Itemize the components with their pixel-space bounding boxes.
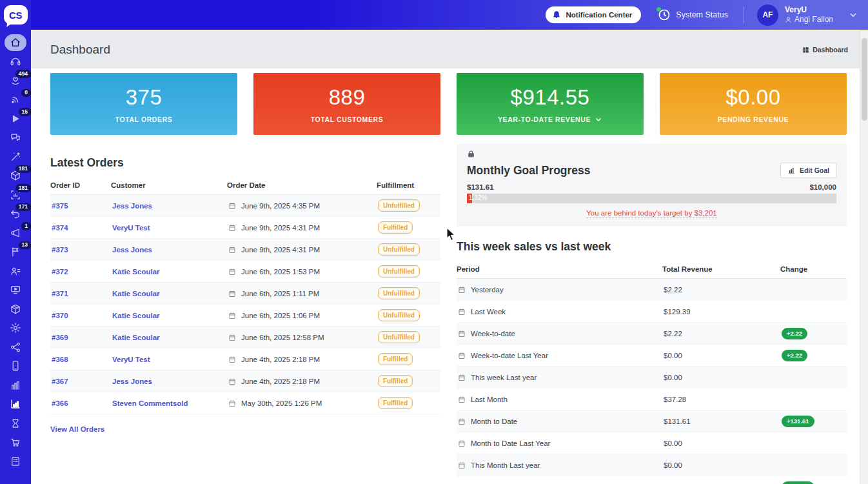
order-id-link[interactable]: #368 [52, 356, 68, 363]
stat-card-total-customers: 889TOTAL CUSTOMERS [253, 73, 440, 135]
user-menu[interactable]: AF VeryU Angi Fallon [757, 5, 858, 26]
period-label: Week-to-date Last Year [471, 352, 548, 359]
main-content: 375TOTAL ORDERS889TOTAL CUSTOMERS$914.55… [31, 68, 860, 484]
sidebar-item-engagement[interactable]: 494 [4, 71, 27, 90]
topbar-divider [744, 6, 744, 23]
stat-value: $914.55 [511, 85, 590, 110]
sidebar-item-analytics[interactable] [4, 376, 27, 395]
sidebar-item-customers[interactable] [4, 261, 27, 281]
sidebar-item-inventory[interactable]: 181 [4, 185, 27, 205]
order-row: #372Katie ScoularJune 6th, 2025 1:53 PMU… [50, 261, 440, 283]
sidebar-item-media[interactable] [4, 281, 27, 300]
page-title: Dashboard [50, 43, 110, 57]
sidebar-item-returns[interactable]: 171 [4, 205, 27, 224]
sidebar-item-reports[interactable] [4, 395, 27, 414]
sidebar-item-invoices[interactable] [4, 452, 27, 471]
page-scrollbar [860, 30, 868, 484]
customer-link[interactable]: Steven Commentsold [112, 399, 188, 407]
stat-card-total-orders: 375TOTAL ORDERS [50, 73, 237, 135]
edit-goal-button[interactable]: Edit Goal [780, 163, 836, 178]
order-row: #366Steven CommentsoldMay 30th, 2025 1:2… [50, 392, 440, 414]
calendar-icon [228, 356, 236, 363]
customer-link[interactable]: Katie Scoular [112, 312, 160, 319]
period-label: Last Month [471, 396, 508, 403]
user-org: VeryU [785, 5, 833, 15]
period-label: This week Last year [471, 374, 537, 381]
sidebar-badge: 15 [19, 108, 31, 116]
sidebar-item-products[interactable]: 181 [4, 166, 27, 186]
order-id-link[interactable]: #371 [52, 290, 68, 297]
commentsold-logo[interactable]: CS [4, 5, 28, 25]
system-status-button[interactable]: System Status [658, 8, 728, 21]
goal-target-value: $10,000 [809, 183, 836, 191]
stat-card-year-to-date-revenue[interactable]: $914.55YEAR-TO-DATE REVENUE [457, 73, 644, 135]
chevron-down-icon[interactable] [595, 116, 602, 123]
sidebar-item-goals[interactable]: 13 [4, 243, 27, 262]
order-id-link[interactable]: #369 [52, 334, 68, 341]
sidebar-item-integrations[interactable] [4, 338, 27, 357]
chevron-down-icon[interactable] [849, 10, 858, 19]
sidebar-item-mobile-app[interactable] [4, 357, 27, 376]
media-icon [10, 284, 21, 296]
customer-link[interactable]: VeryU Test [112, 356, 150, 363]
sidebar-item-automations[interactable] [4, 147, 27, 166]
orders-table-header: Order ID Customer Order Date Fulfillment [50, 177, 440, 195]
stat-label: YEAR-TO-DATE REVENUE [498, 116, 602, 123]
support-icon [10, 55, 21, 67]
period-revenue: $0.00 [662, 352, 780, 359]
sidebar-item-marketing[interactable]: 1 [4, 223, 27, 243]
sidebar-item-settings[interactable] [4, 319, 27, 338]
clock-icon [658, 8, 671, 21]
customer-link[interactable]: Katie Scoular [112, 268, 160, 276]
customer-link[interactable]: Katie Scoular [112, 334, 160, 341]
sidebar-item-cart[interactable] [4, 433, 27, 452]
week-table-header: Period Total Revenue Change [457, 261, 847, 279]
order-id-link[interactable]: #374 [52, 224, 68, 232]
calendar-icon [458, 461, 466, 469]
sidebar-badge: 181 [15, 165, 31, 174]
sidebar-item-waitlist[interactable] [4, 414, 27, 433]
customer-link[interactable]: Jess Jones [112, 378, 152, 385]
sidebar-item-messages[interactable] [4, 128, 27, 148]
calendar-icon [458, 308, 466, 316]
stat-value: 889 [329, 85, 366, 110]
view-all-orders-link[interactable]: View All Orders [50, 425, 104, 433]
order-id-link[interactable]: #372 [52, 268, 68, 276]
order-row: #367Jess JonesJune 4th, 2025 2:18 PMFulf… [50, 370, 440, 392]
logo-text: CS [9, 10, 22, 21]
order-row: #369Katie ScoularJune 6th, 2025 12:58 PM… [50, 327, 440, 348]
order-date: June 6th, 2025 12:58 PM [241, 334, 324, 341]
goal-progress-label: 1.32% [469, 194, 487, 201]
bar-chart-icon [787, 166, 796, 174]
sidebar-item-support[interactable] [4, 52, 27, 72]
period-row: Week-to-date Last Year$0.00+2.22 [457, 345, 847, 367]
customer-link[interactable]: Jess Jones [112, 202, 152, 210]
period-revenue: $131.61 [662, 418, 780, 425]
sidebar-item-home[interactable] [4, 33, 27, 52]
customer-link[interactable]: Jess Jones [112, 246, 152, 254]
period-row: Year to Date$914.55+914.55 [457, 476, 847, 484]
calendar-icon [228, 378, 236, 385]
sidebar-item-live[interactable]: 0 [4, 90, 27, 110]
sidebar-item-shipping[interactable] [4, 299, 27, 319]
page-header: Dashboard Dashboard [31, 31, 860, 68]
order-id-link[interactable]: #367 [52, 378, 68, 385]
breadcrumb[interactable]: Dashboard [802, 46, 848, 54]
avatar: AF [757, 5, 778, 26]
notification-center-button[interactable]: Notification Center [546, 6, 641, 23]
scrollbar-thumb[interactable] [862, 38, 867, 121]
week-sales-title: This week sales vs last week [457, 240, 847, 254]
order-id-link[interactable]: #373 [52, 246, 68, 254]
period-revenue: $0.00 [662, 461, 780, 469]
order-id-link[interactable]: #375 [52, 202, 68, 210]
period-label: Month to Date [471, 418, 517, 425]
fulfillment-badge: Fulfilled [378, 375, 413, 387]
customer-link[interactable]: Katie Scoular [112, 290, 160, 297]
waitlist-icon [10, 418, 21, 429]
order-id-link[interactable]: #370 [52, 312, 68, 319]
order-id-link[interactable]: #366 [52, 399, 68, 407]
period-revenue: $0.00 [662, 439, 780, 447]
change-badge: +2.22 [782, 350, 807, 361]
customer-link[interactable]: VeryU Test [112, 224, 150, 232]
sidebar-item-replays[interactable]: 15 [4, 109, 27, 128]
